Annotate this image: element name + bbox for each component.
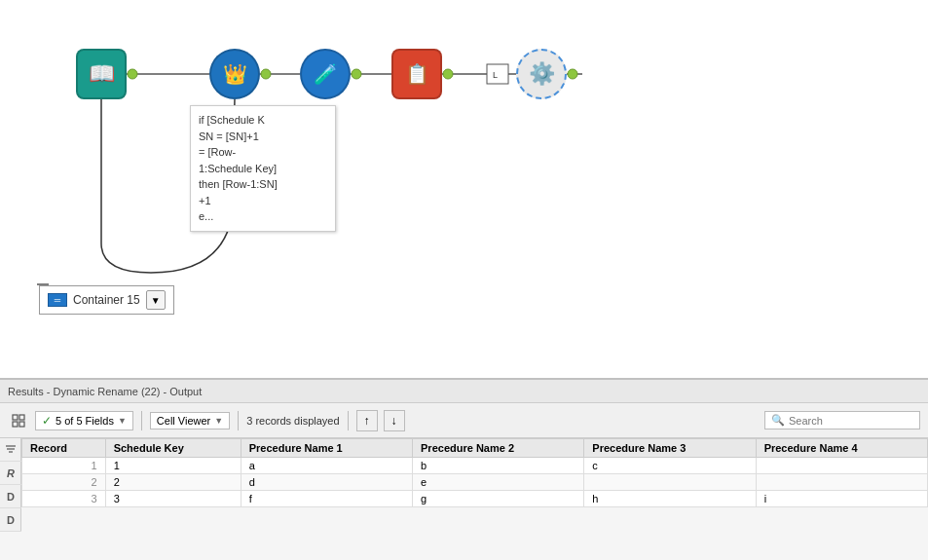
- node-book[interactable]: 📖: [76, 49, 127, 99]
- cell-2-1: 3: [105, 491, 241, 507]
- node-flask[interactable]: 🧪: [300, 49, 351, 99]
- table-left-icons: R D D: [0, 438, 21, 532]
- formula-icon: 📋: [405, 62, 429, 86]
- fields-label: 5 of 5 Fields: [56, 415, 114, 427]
- record-icon-d[interactable]: D: [0, 485, 21, 508]
- svg-point-8: [261, 69, 271, 79]
- container-icon: ═: [48, 293, 67, 307]
- col-procedure-4: Precedure Name 4: [756, 439, 927, 458]
- node-crown[interactable]: 👑: [209, 49, 260, 99]
- node-formula[interactable]: 📋: [391, 49, 442, 99]
- book-icon: 📖: [89, 61, 115, 87]
- cell-1-0: 2: [22, 474, 106, 491]
- col-schedule-key: Schedule Key: [105, 439, 241, 458]
- cell-1-2: d: [241, 474, 412, 491]
- node-saw[interactable]: ⚙️: [516, 49, 567, 99]
- cell-1-4: [584, 474, 756, 491]
- table-row: 22de: [22, 474, 928, 491]
- records-count: 3 records displayed: [246, 415, 339, 427]
- search-icon: 🔍: [771, 414, 785, 427]
- cell-2-0: 3: [22, 491, 106, 507]
- grid-view-icon[interactable]: [8, 410, 29, 431]
- flask-icon: 🧪: [314, 62, 338, 86]
- sort-asc-button[interactable]: ↑: [356, 410, 378, 431]
- svg-point-10: [443, 69, 453, 79]
- cell-2-3: g: [413, 491, 584, 507]
- svg-point-9: [352, 69, 361, 79]
- formula-tooltip: if [Schedule K SN = [SN]+1 = [Row- 1:Sch…: [190, 105, 336, 232]
- connectors-svg: L: [0, 0, 928, 378]
- crown-icon: 👑: [223, 62, 247, 86]
- cell-0-1: 1: [105, 458, 241, 474]
- cell-2-2: f: [241, 491, 412, 507]
- col-procedure-2: Precedure Name 2: [413, 439, 584, 458]
- cell-1-5: [756, 474, 927, 491]
- cell-1-1: 2: [105, 474, 241, 491]
- results-panel: Results - Dynamic Rename (22) - Output ✓…: [0, 380, 928, 560]
- divider-2: [238, 411, 239, 430]
- col-procedure-3: Precedure Name 3: [584, 439, 756, 458]
- check-icon: ✓: [42, 414, 52, 428]
- cell-2-5: i: [756, 491, 927, 507]
- data-table-scroll[interactable]: Record Schedule Key Precedure Name 1 Pre…: [21, 438, 928, 532]
- cell-viewer-button[interactable]: Cell Viewer ▼: [150, 412, 230, 429]
- cell-0-0: 1: [22, 458, 106, 474]
- search-input[interactable]: [789, 415, 906, 427]
- search-box[interactable]: 🔍: [764, 411, 920, 429]
- d2-label: D: [7, 514, 15, 526]
- cell-1-3: e: [413, 474, 584, 491]
- divider-3: [348, 411, 349, 430]
- table-container: R D D Record Schedule Key Precedure Name…: [0, 438, 928, 532]
- svg-rect-14: [13, 415, 18, 420]
- fields-button[interactable]: ✓ 5 of 5 Fields ▼: [35, 411, 133, 430]
- container-dropdown-button[interactable]: ▼: [146, 290, 166, 310]
- svg-rect-17: [19, 422, 24, 427]
- svg-text:L: L: [493, 70, 498, 80]
- sort-desc-button[interactable]: ↓: [384, 410, 405, 431]
- results-title: Results - Dynamic Rename (22) - Output: [8, 386, 202, 397]
- cell-0-5: [756, 458, 927, 474]
- d-label: D: [7, 491, 15, 503]
- col-procedure-1: Precedure Name 1: [241, 439, 412, 458]
- col-record: Record: [22, 439, 106, 458]
- svg-point-7: [128, 69, 137, 79]
- workflow-canvas: L 📖 👑 🧪 📋 ⚙️ if [Schedule K SN = [SN]+1 …: [0, 0, 928, 380]
- table-header-row: Record Schedule Key Precedure Name 1 Pre…: [22, 439, 928, 458]
- fields-dropdown-arrow: ▼: [118, 416, 127, 426]
- container-box[interactable]: ═ Container 15 ▼: [39, 285, 174, 315]
- results-table: Record Schedule Key Precedure Name 1 Pre…: [21, 438, 928, 507]
- cell-0-2: a: [241, 458, 412, 474]
- divider-1: [141, 411, 142, 430]
- svg-rect-16: [13, 422, 18, 427]
- cell-0-3: b: [413, 458, 584, 474]
- grid-icon-svg: [12, 414, 25, 428]
- container-label: Container 15: [73, 293, 140, 307]
- saw-icon: ⚙️: [529, 61, 555, 87]
- sort-filter-icon[interactable]: [0, 438, 21, 462]
- record-icon-r[interactable]: R: [0, 462, 21, 485]
- chevron-down-icon: ▼: [151, 295, 161, 306]
- record-icon-d2[interactable]: D: [0, 508, 21, 532]
- r-label: R: [7, 467, 15, 479]
- svg-rect-15: [19, 415, 24, 420]
- svg-point-11: [568, 69, 577, 79]
- svg-rect-12: [487, 64, 508, 84]
- cell-2-4: h: [584, 491, 756, 507]
- results-header: Results - Dynamic Rename (22) - Output: [0, 380, 928, 403]
- sort-filter-svg: [5, 444, 17, 456]
- tooltip-text: if [Schedule K SN = [SN]+1 = [Row- 1:Sch…: [199, 114, 278, 222]
- table-row: 33fghi: [22, 491, 928, 507]
- results-toolbar: ✓ 5 of 5 Fields ▼ Cell Viewer ▼ 3 record…: [0, 403, 928, 438]
- cell-viewer-arrow: ▼: [214, 416, 223, 426]
- cell-viewer-label: Cell Viewer: [157, 415, 210, 427]
- table-row: 11abc: [22, 458, 928, 474]
- cell-0-4: c: [584, 458, 756, 474]
